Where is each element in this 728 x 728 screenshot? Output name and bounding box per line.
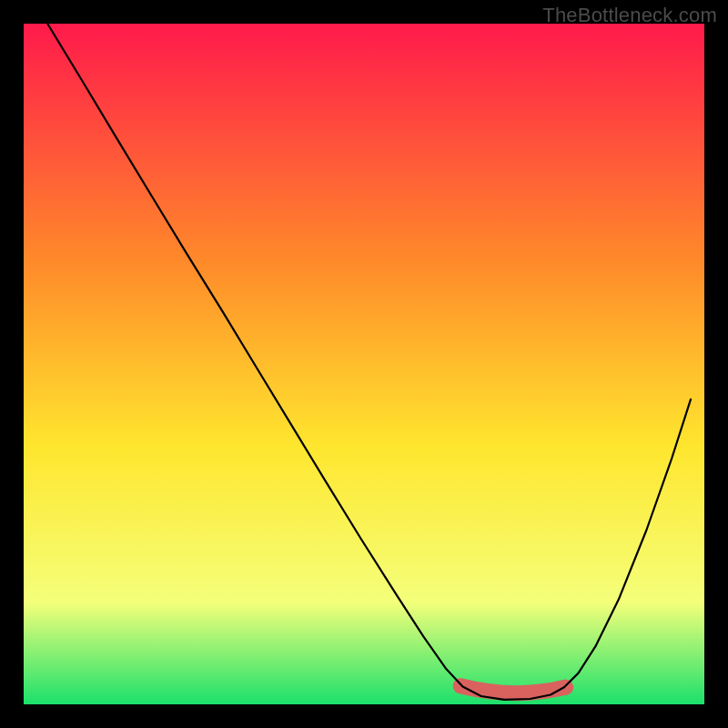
chart-frame: TheBottleneck.com <box>0 0 728 728</box>
chart-svg <box>24 24 704 704</box>
bottleneck-marker <box>460 686 565 693</box>
plot-area <box>24 24 704 704</box>
watermark-text: TheBottleneck.com <box>542 4 717 27</box>
gradient-background <box>24 24 704 704</box>
